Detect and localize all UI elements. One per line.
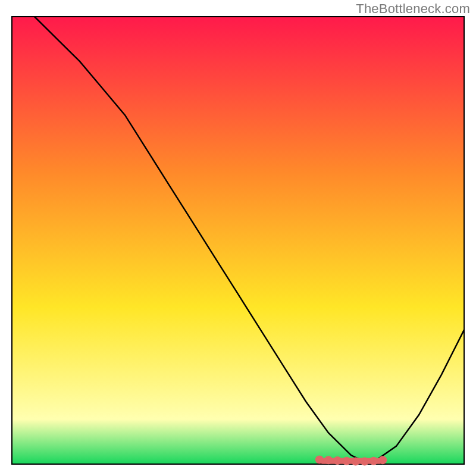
optimal-marker [352,458,360,466]
chart-container: { "watermark": "TheBottleneck.com", "cha… [0,0,476,476]
optimal-marker [342,457,350,465]
optimal-marker [324,456,333,464]
optimal-marker [333,456,342,465]
optimal-marker [361,458,369,466]
watermark-text: TheBottleneck.com [356,1,470,17]
optimal-marker [378,456,387,464]
bottleneck-chart [0,0,476,476]
optimal-marker [315,456,324,464]
plot-background [12,17,464,464]
optimal-marker [369,457,378,465]
